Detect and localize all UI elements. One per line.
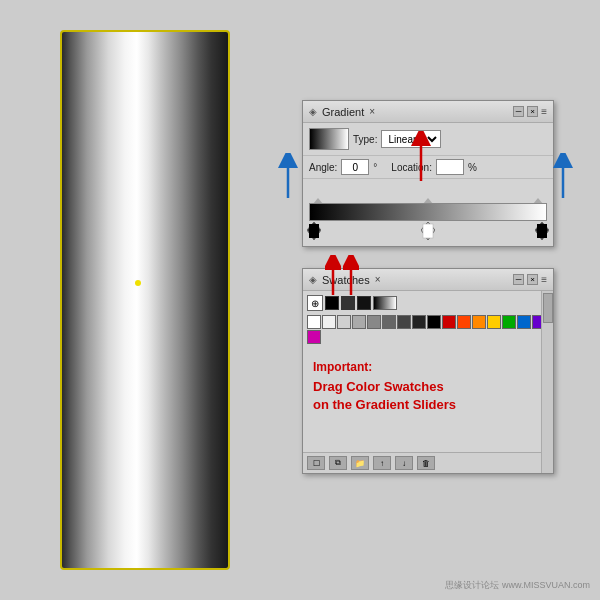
list-item[interactable] [307, 330, 321, 344]
toolbar-new-swatch[interactable]: ☐ [307, 456, 325, 470]
gradient-menu-icon[interactable]: ≡ [541, 106, 547, 117]
canvas: ◈ Gradient × ─ × ≡ Type: Linear Radial A… [0, 0, 600, 600]
swatches-close-btn[interactable]: × [527, 274, 538, 285]
red-arrow-sw2 [343, 255, 359, 303]
list-item[interactable] [367, 315, 381, 329]
black2-swatch[interactable] [357, 296, 371, 310]
type-label: Type: [353, 134, 377, 145]
handle-left-icon [307, 222, 321, 240]
scroll-thumb[interactable] [543, 293, 553, 323]
swatches-minimize-btn[interactable]: ─ [513, 274, 524, 285]
location-input[interactable] [436, 159, 464, 175]
gradient-tab-close[interactable]: × [369, 106, 375, 117]
gradient-minimize-btn[interactable]: ─ [513, 106, 524, 117]
important-label: Important: [313, 360, 543, 374]
handle-right-icon [535, 222, 549, 240]
blue-arrow-right [543, 153, 583, 207]
degree-symbol: ° [373, 162, 377, 173]
list-item[interactable] [337, 315, 351, 329]
angle-label: Angle: [309, 162, 337, 173]
swatches-menu-icon[interactable]: ≡ [541, 274, 547, 285]
gradient-panel: ◈ Gradient × ─ × ≡ Type: Linear Radial A… [302, 100, 554, 247]
list-item[interactable] [472, 315, 486, 329]
handle-right[interactable] [535, 222, 549, 244]
cylinder-container [60, 30, 230, 570]
gradient-close-btn[interactable]: × [527, 106, 538, 117]
list-item[interactable] [397, 315, 411, 329]
target-swatch[interactable]: ⊕ [307, 295, 323, 311]
swatches-icon: ◈ [309, 274, 317, 285]
handle-mid-icon [421, 222, 435, 240]
percent-symbol: % [468, 162, 477, 173]
swatches-scrollbar[interactable] [541, 291, 553, 473]
swatches-toolbar: ☐ ⧉ 📁 ↑ ↓ 🗑 [303, 452, 553, 473]
swatches-content: ⊕ [303, 291, 553, 352]
yellow-dot [135, 280, 141, 286]
red-arrow-mid [411, 131, 431, 190]
toolbar-folder[interactable]: 📁 [351, 456, 369, 470]
toolbar-save[interactable]: ↓ [395, 456, 413, 470]
list-item[interactable] [442, 315, 456, 329]
gradient-panel-header: ◈ Gradient × ─ × ≡ [303, 101, 553, 123]
toolbar-duplicate[interactable]: ⧉ [329, 456, 347, 470]
list-item[interactable] [487, 315, 501, 329]
gradient-bar[interactable] [309, 203, 547, 221]
list-item[interactable] [352, 315, 366, 329]
gradient-panel-title: Gradient [322, 106, 364, 118]
red-arrow-sw1 [325, 255, 341, 303]
gradient-preview[interactable] [309, 128, 349, 150]
watermark: 思缘设计论坛 www.MISSVUAN.com [445, 579, 590, 592]
svg-rect-1 [309, 224, 319, 238]
important-area: Important: Drag Color Swatcheson the Gra… [303, 352, 553, 452]
gradient-slider-area[interactable] [303, 187, 553, 246]
swatches-tab-close[interactable]: × [375, 274, 381, 285]
drag-text: Drag Color Swatcheson the Gradient Slide… [313, 378, 543, 414]
blue-arrow-left [268, 153, 308, 207]
gradient-icon: ◈ [309, 106, 317, 117]
angle-input[interactable] [341, 159, 369, 175]
toolbar-delete[interactable]: 🗑 [417, 456, 435, 470]
swatches-panel: ◈ Swatches × ─ × ≡ ⊕ [302, 268, 554, 474]
svg-rect-3 [423, 224, 433, 238]
svg-rect-5 [537, 224, 547, 238]
list-item[interactable] [502, 315, 516, 329]
list-item[interactable] [322, 315, 336, 329]
list-item[interactable] [427, 315, 441, 329]
gradient-cylinder [60, 30, 230, 570]
toolbar-load[interactable]: ↑ [373, 456, 391, 470]
handle-left[interactable] [307, 222, 321, 244]
list-item[interactable] [307, 315, 321, 329]
list-item[interactable] [457, 315, 471, 329]
list-item[interactable] [412, 315, 426, 329]
swatch-top-row: ⊕ [307, 295, 549, 311]
handle-mid[interactable] [421, 222, 435, 244]
gradient-swatch[interactable] [373, 296, 397, 310]
list-item[interactable] [382, 315, 396, 329]
swatches-grid [307, 315, 549, 344]
list-item[interactable] [517, 315, 531, 329]
